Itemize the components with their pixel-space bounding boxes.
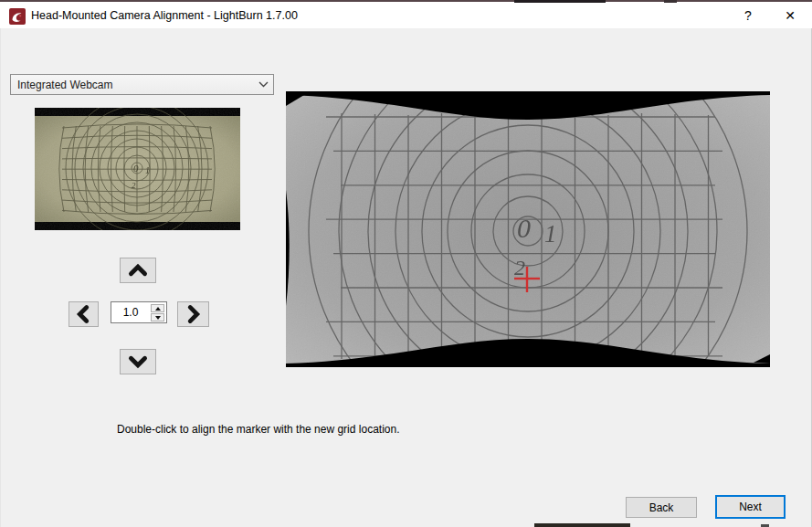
lightburn-logo-icon (9, 8, 26, 25)
dialog-window: Head-Mounted Camera Alignment - LightBur… (0, 0, 812, 527)
nudge-right-button[interactable] (177, 301, 209, 327)
window-title: Head-Mounted Camera Alignment - LightBur… (31, 9, 298, 22)
undistorted-camera-image: 0 1 2 (286, 91, 770, 367)
chevron-right-icon (178, 301, 208, 327)
grid-marker-label: 2 (514, 256, 525, 279)
alignment-view[interactable]: 0 1 2 (286, 91, 770, 367)
next-button[interactable]: Next (715, 495, 786, 519)
grid-marker-label: 0 (517, 213, 531, 243)
grid-marker-label: 2 (132, 181, 136, 190)
chevron-up-icon (121, 258, 155, 283)
grid-marker-label: 1 (145, 165, 150, 175)
spin-up-button[interactable] (151, 304, 164, 312)
spin-down-button[interactable] (151, 313, 164, 321)
chevron-down-icon (121, 349, 155, 374)
background-artifact (534, 523, 630, 527)
chevron-left-icon (69, 301, 98, 327)
camera-select-value: Integrated Webcam (11, 79, 253, 91)
grid-marker-label: 1 (544, 220, 557, 248)
grid-marker-label: 0 (133, 163, 139, 174)
triangle-down-icon (155, 316, 161, 320)
step-size-spinbox (111, 301, 167, 323)
camera-select-dropdown[interactable]: Integrated Webcam (10, 74, 274, 95)
chevron-down-icon (253, 81, 273, 88)
step-size-input[interactable] (113, 303, 148, 321)
close-button[interactable]: ✕ (775, 2, 806, 29)
nudge-left-button[interactable] (69, 301, 99, 327)
background-artifact (664, 0, 677, 3)
nudge-up-button[interactable] (120, 258, 156, 283)
camera-preview: 0 1 2 (35, 108, 240, 230)
triangle-up-icon (155, 307, 161, 311)
title-bar: Head-Mounted Camera Alignment - LightBur… (0, 2, 812, 28)
nudge-down-button[interactable] (120, 349, 156, 374)
instruction-text: Double-click to align the marker with th… (117, 423, 399, 436)
window-top-border (0, 0, 812, 2)
background-artifact (514, 0, 606, 3)
back-button[interactable]: Back (626, 497, 697, 518)
camera-preview-image: 0 1 2 (35, 108, 240, 230)
help-button[interactable]: ? (733, 2, 764, 29)
